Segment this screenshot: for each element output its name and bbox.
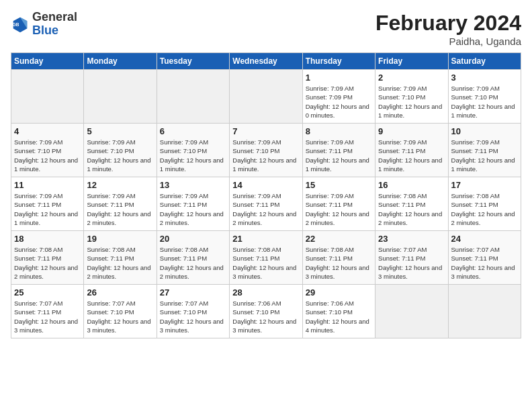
calendar-cell: 13Sunrise: 7:09 AMSunset: 7:11 PMDayligh… bbox=[157, 177, 229, 231]
calendar-table: SundayMondayTuesdayWednesdayThursdayFrid… bbox=[11, 52, 521, 338]
day-number: 11 bbox=[14, 180, 81, 190]
calendar-cell: 4Sunrise: 7:09 AMSunset: 7:10 PMDaylight… bbox=[11, 124, 84, 177]
calendar-cell: 28Sunrise: 7:06 AMSunset: 7:10 PMDayligh… bbox=[230, 285, 302, 338]
day-number: 6 bbox=[160, 126, 226, 136]
calendar-cell: 21Sunrise: 7:08 AMSunset: 7:11 PMDayligh… bbox=[230, 231, 302, 285]
calendar-cell: 1Sunrise: 7:09 AMSunset: 7:09 PMDaylight… bbox=[302, 70, 375, 124]
day-number: 5 bbox=[87, 126, 153, 136]
day-number: 4 bbox=[14, 126, 81, 136]
calendar-cell bbox=[84, 70, 157, 124]
calendar-cell: 29Sunrise: 7:06 AMSunset: 7:10 PMDayligh… bbox=[302, 285, 375, 338]
calendar-cell: 16Sunrise: 7:08 AMSunset: 7:11 PMDayligh… bbox=[375, 177, 448, 231]
day-info: Sunrise: 7:09 AMSunset: 7:11 PMDaylight:… bbox=[87, 191, 153, 227]
day-info: Sunrise: 7:09 AMSunset: 7:10 PMDaylight:… bbox=[451, 84, 518, 120]
calendar-cell: 6Sunrise: 7:09 AMSunset: 7:10 PMDaylight… bbox=[157, 124, 229, 177]
calendar-cell bbox=[230, 70, 302, 124]
day-number: 9 bbox=[378, 126, 445, 136]
calendar-cell: 11Sunrise: 7:09 AMSunset: 7:11 PMDayligh… bbox=[11, 177, 84, 231]
day-info: Sunrise: 7:06 AMSunset: 7:10 PMDaylight:… bbox=[232, 299, 299, 334]
day-number: 7 bbox=[232, 126, 299, 136]
calendar-cell: 9Sunrise: 7:09 AMSunset: 7:11 PMDaylight… bbox=[375, 124, 448, 177]
col-header-monday: Monday bbox=[84, 53, 157, 70]
col-header-saturday: Saturday bbox=[448, 53, 521, 70]
day-info: Sunrise: 7:08 AMSunset: 7:11 PMDaylight:… bbox=[378, 191, 445, 227]
day-number: 13 bbox=[160, 180, 226, 190]
day-number: 8 bbox=[306, 126, 372, 136]
day-info: Sunrise: 7:07 AMSunset: 7:11 PMDaylight:… bbox=[378, 245, 445, 281]
day-number: 10 bbox=[451, 126, 518, 136]
calendar-cell: 26Sunrise: 7:07 AMSunset: 7:10 PMDayligh… bbox=[84, 285, 157, 338]
col-header-thursday: Thursday bbox=[302, 53, 375, 70]
day-info: Sunrise: 7:09 AMSunset: 7:10 PMDaylight:… bbox=[87, 138, 153, 173]
month-year: February 2024 bbox=[375, 11, 521, 36]
day-number: 28 bbox=[232, 287, 299, 298]
logo-blue: Blue bbox=[32, 24, 58, 37]
calendar-cell bbox=[11, 70, 84, 124]
title-block: February 2024 Paidha, Uganda bbox=[375, 11, 521, 47]
day-number: 26 bbox=[87, 287, 153, 298]
day-number: 25 bbox=[14, 287, 81, 298]
logo-general: General bbox=[32, 10, 77, 24]
calendar-cell: 27Sunrise: 7:07 AMSunset: 7:10 PMDayligh… bbox=[157, 285, 229, 338]
day-info: Sunrise: 7:09 AMSunset: 7:10 PMDaylight:… bbox=[378, 84, 445, 120]
calendar-cell: 5Sunrise: 7:09 AMSunset: 7:10 PMDaylight… bbox=[84, 124, 157, 177]
day-info: Sunrise: 7:06 AMSunset: 7:10 PMDaylight:… bbox=[306, 299, 372, 334]
day-info: Sunrise: 7:07 AMSunset: 7:11 PMDaylight:… bbox=[451, 245, 518, 281]
day-number: 1 bbox=[306, 73, 372, 83]
day-info: Sunrise: 7:08 AMSunset: 7:11 PMDaylight:… bbox=[160, 245, 226, 281]
svg-text:GB: GB bbox=[13, 22, 19, 27]
calendar-cell bbox=[375, 285, 448, 338]
day-info: Sunrise: 7:09 AMSunset: 7:11 PMDaylight:… bbox=[160, 191, 226, 227]
calendar-cell bbox=[448, 285, 521, 338]
day-info: Sunrise: 7:09 AMSunset: 7:11 PMDaylight:… bbox=[232, 191, 299, 227]
day-info: Sunrise: 7:09 AMSunset: 7:11 PMDaylight:… bbox=[306, 191, 372, 227]
calendar-week-row: 4Sunrise: 7:09 AMSunset: 7:10 PMDaylight… bbox=[11, 124, 521, 177]
day-info: Sunrise: 7:07 AMSunset: 7:10 PMDaylight:… bbox=[87, 299, 153, 334]
day-number: 23 bbox=[378, 234, 445, 244]
day-info: Sunrise: 7:09 AMSunset: 7:11 PMDaylight:… bbox=[378, 138, 445, 173]
day-info: Sunrise: 7:08 AMSunset: 7:11 PMDaylight:… bbox=[451, 191, 518, 227]
day-info: Sunrise: 7:09 AMSunset: 7:10 PMDaylight:… bbox=[160, 138, 226, 173]
calendar-cell: 20Sunrise: 7:08 AMSunset: 7:11 PMDayligh… bbox=[157, 231, 229, 285]
day-info: Sunrise: 7:08 AMSunset: 7:11 PMDaylight:… bbox=[232, 245, 299, 281]
day-info: Sunrise: 7:09 AMSunset: 7:11 PMDaylight:… bbox=[306, 138, 372, 173]
calendar-week-row: 25Sunrise: 7:07 AMSunset: 7:11 PMDayligh… bbox=[11, 285, 521, 338]
day-number: 24 bbox=[451, 234, 518, 244]
day-number: 20 bbox=[160, 234, 226, 244]
calendar-week-row: 1Sunrise: 7:09 AMSunset: 7:09 PMDaylight… bbox=[11, 70, 521, 124]
col-header-wednesday: Wednesday bbox=[230, 53, 302, 70]
calendar-cell: 15Sunrise: 7:09 AMSunset: 7:11 PMDayligh… bbox=[302, 177, 375, 231]
logo-icon: GB bbox=[11, 15, 30, 34]
calendar-cell: 10Sunrise: 7:09 AMSunset: 7:11 PMDayligh… bbox=[448, 124, 521, 177]
page-header: GB General Blue February 2024 Paidha, Ug… bbox=[11, 11, 521, 47]
calendar-cell: 14Sunrise: 7:09 AMSunset: 7:11 PMDayligh… bbox=[230, 177, 302, 231]
day-info: Sunrise: 7:09 AMSunset: 7:09 PMDaylight:… bbox=[306, 84, 372, 120]
day-number: 17 bbox=[451, 180, 518, 190]
day-number: 16 bbox=[378, 180, 445, 190]
calendar-cell: 25Sunrise: 7:07 AMSunset: 7:11 PMDayligh… bbox=[11, 285, 84, 338]
calendar-cell: 2Sunrise: 7:09 AMSunset: 7:10 PMDaylight… bbox=[375, 70, 448, 124]
day-number: 21 bbox=[232, 234, 299, 244]
calendar-cell: 23Sunrise: 7:07 AMSunset: 7:11 PMDayligh… bbox=[375, 231, 448, 285]
logo-text: General Blue bbox=[32, 11, 77, 38]
day-number: 2 bbox=[378, 73, 445, 83]
day-info: Sunrise: 7:09 AMSunset: 7:11 PMDaylight:… bbox=[14, 191, 81, 227]
col-header-tuesday: Tuesday bbox=[157, 53, 229, 70]
calendar-cell: 3Sunrise: 7:09 AMSunset: 7:10 PMDaylight… bbox=[448, 70, 521, 124]
day-number: 14 bbox=[232, 180, 299, 190]
day-info: Sunrise: 7:08 AMSunset: 7:11 PMDaylight:… bbox=[14, 245, 81, 281]
calendar-cell: 17Sunrise: 7:08 AMSunset: 7:11 PMDayligh… bbox=[448, 177, 521, 231]
calendar-cell bbox=[157, 70, 229, 124]
calendar-cell: 18Sunrise: 7:08 AMSunset: 7:11 PMDayligh… bbox=[11, 231, 84, 285]
location: Paidha, Uganda bbox=[375, 36, 521, 47]
col-header-sunday: Sunday bbox=[11, 53, 84, 70]
calendar-cell: 22Sunrise: 7:08 AMSunset: 7:11 PMDayligh… bbox=[302, 231, 375, 285]
calendar-cell: 8Sunrise: 7:09 AMSunset: 7:11 PMDaylight… bbox=[302, 124, 375, 177]
day-number: 3 bbox=[451, 73, 518, 83]
calendar-cell: 7Sunrise: 7:09 AMSunset: 7:10 PMDaylight… bbox=[230, 124, 302, 177]
calendar-header-row: SundayMondayTuesdayWednesdayThursdayFrid… bbox=[11, 53, 521, 70]
logo: GB General Blue bbox=[11, 11, 77, 38]
day-info: Sunrise: 7:09 AMSunset: 7:11 PMDaylight:… bbox=[451, 138, 518, 173]
day-info: Sunrise: 7:07 AMSunset: 7:10 PMDaylight:… bbox=[160, 299, 226, 334]
day-info: Sunrise: 7:09 AMSunset: 7:10 PMDaylight:… bbox=[232, 138, 299, 173]
